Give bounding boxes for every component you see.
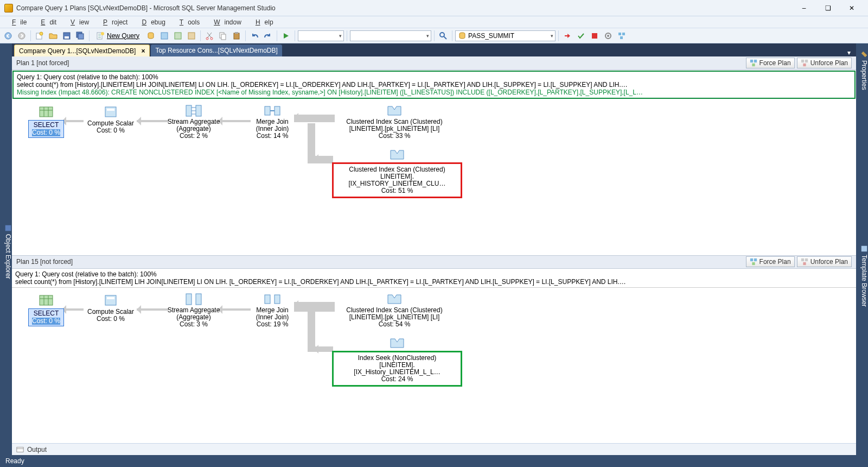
svg-rect-56 [861, 246, 867, 252]
status-text: Ready [5, 457, 24, 465]
options-icon[interactable] [602, 30, 614, 42]
app-icon [4, 4, 13, 12]
object-explorer-tab[interactable]: Object Explorer [0, 43, 12, 455]
menu-help[interactable]: Help [247, 17, 278, 27]
open-icon[interactable] [47, 30, 59, 42]
plan2-unforce-button[interactable]: Unforce Plan [797, 256, 852, 267]
arrow [314, 156, 333, 163]
menu-view[interactable]: View [62, 17, 93, 27]
plan1-query-text: Query 1: Query cost (relative to the bat… [12, 71, 856, 99]
copy-icon[interactable] [217, 30, 229, 42]
paste-icon[interactable] [231, 30, 242, 42]
svg-rect-42 [750, 258, 752, 261]
xmla-query-icon[interactable] [186, 30, 197, 42]
plan2-force-button[interactable]: Force Plan [746, 256, 795, 267]
menu-project[interactable]: Project [94, 17, 132, 27]
arrow [314, 346, 333, 352]
svg-rect-26 [622, 33, 625, 35]
output-panel-header[interactable]: Output [12, 443, 856, 455]
svg-rect-46 [805, 258, 808, 261]
plan2-node-stream[interactable]: Stream Aggregate(Aggregate)Cost: 3 % [164, 293, 224, 328]
save-all-icon[interactable] [74, 30, 86, 42]
svg-rect-28 [5, 225, 11, 231]
display-plan-icon[interactable] [616, 30, 628, 42]
svg-rect-22 [592, 33, 597, 39]
menu-file[interactable]: File [3, 17, 31, 27]
tab-compare-query[interactable]: Compare Query 1...[SQLvNextDemoDB]× [14, 45, 150, 56]
svg-rect-37 [107, 109, 114, 111]
find-icon[interactable] [437, 30, 449, 42]
forward-button[interactable] [16, 30, 28, 42]
db-engine-query-icon[interactable] [145, 30, 157, 42]
svg-rect-45 [801, 258, 804, 261]
plan2-node-compute[interactable]: Compute ScalarCost: 0 % [84, 294, 138, 323]
menu-bar: File Edit View Project Debug Tools Windo… [0, 16, 868, 28]
back-button[interactable] [2, 30, 14, 42]
arrow [294, 302, 335, 312]
save-icon[interactable] [61, 30, 73, 42]
plan1-node-compute[interactable]: Compute ScalarCost: 0 % [84, 106, 138, 134]
plan2-node-merge[interactable]: Merge Join(Inner Join)Cost: 19 % [248, 293, 297, 328]
svg-point-1 [18, 33, 25, 39]
body-area: Object Explorer Compare Query 1...[SQLvN… [0, 43, 868, 455]
menu-window[interactable]: Window [205, 17, 246, 27]
plan1-header: Plan 1 [not forced] Force Plan Unforce P… [12, 56, 856, 70]
properties-tab[interactable]: Properties [856, 43, 868, 92]
redo-icon[interactable] [262, 30, 274, 42]
cut-icon[interactable] [203, 30, 215, 42]
svg-rect-44 [752, 262, 755, 265]
svg-point-9 [101, 32, 104, 35]
menu-debug[interactable]: Debug [133, 17, 169, 27]
svg-rect-12 [175, 33, 181, 39]
svg-rect-18 [234, 33, 239, 39]
maximize-button[interactable]: ❏ [816, 0, 840, 16]
start-debug-icon[interactable] [280, 30, 292, 42]
arrow [62, 308, 84, 311]
plan2-header: Plan 15 [not forced] Force Plan Unforce … [12, 255, 856, 269]
plan2-node-scan1[interactable]: Clustered Index Scan (Clustered)[LINEITE… [337, 293, 451, 328]
plan2-node-seek[interactable]: Index Seek (NonClustered)[LINEITEM].[IX_… [332, 337, 462, 387]
svg-rect-55 [17, 447, 23, 452]
document-area: Compare Query 1...[SQLvNextDemoDB]× Top … [12, 43, 856, 455]
plan1-node-scan2[interactable]: Clustered Index Scan (Clustered)LINEITEM… [332, 148, 462, 198]
plan2-node-select[interactable]: SELECTCost: 0 % [28, 294, 64, 326]
main-toolbar: New Query PASS_SUMMIT [0, 28, 868, 43]
svg-rect-17 [221, 34, 226, 40]
parse-icon[interactable] [575, 30, 587, 42]
svg-rect-51 [186, 294, 192, 305]
new-query-button[interactable]: New Query [92, 30, 143, 42]
svg-rect-49 [105, 295, 116, 305]
minimize-button[interactable]: – [792, 0, 816, 16]
tab-top-resource[interactable]: Top Resource Cons...[SQLvNextDemoDB] [151, 45, 282, 56]
database-dropdown[interactable]: PASS_SUMMIT [455, 30, 556, 41]
tabstrip-overflow-icon[interactable]: ▾ [844, 49, 854, 56]
plan1-unforce-button[interactable]: Unforce Plan [797, 58, 852, 68]
status-bar: Ready [0, 455, 868, 467]
tab-close-icon[interactable]: × [141, 47, 145, 55]
mdx-query-icon[interactable] [158, 30, 170, 42]
plan1-node-scan1[interactable]: Clustered Index Scan (Clustered)[LINEITE… [337, 104, 451, 140]
close-button[interactable]: ✕ [840, 0, 864, 16]
svg-rect-36 [105, 107, 116, 117]
plan1-node-stream[interactable]: Stream Aggregate(Aggregate)Cost: 2 % [164, 104, 224, 140]
plan2-canvas[interactable]: SELECTCost: 0 % Compute ScalarCost: 0 % … [12, 288, 856, 444]
plan1-node-select[interactable]: SELECTCost: 0 % [28, 106, 64, 138]
plan1-node-merge[interactable]: Merge Join(Inner Join)Cost: 14 % [248, 104, 297, 140]
svg-rect-11 [161, 33, 168, 39]
arrow [294, 115, 335, 122]
plan1-force-button[interactable]: Force Plan [746, 58, 795, 68]
menu-edit[interactable]: Edit [32, 17, 61, 27]
svg-rect-33 [805, 60, 808, 62]
svg-point-0 [5, 33, 11, 39]
solution-config-dropdown[interactable] [298, 30, 344, 41]
undo-icon[interactable] [248, 30, 260, 42]
plan1-canvas[interactable]: SELECTCost: 0 % Compute ScalarCost: 0 % … [12, 99, 856, 255]
dmx-query-icon[interactable] [172, 30, 184, 42]
template-browser-tab[interactable]: Template Browser [856, 92, 868, 455]
new-project-icon[interactable] [34, 30, 46, 42]
cancel-query-icon[interactable] [589, 30, 601, 42]
solution-platform-dropdown[interactable] [350, 30, 431, 41]
menu-tools[interactable]: Tools [171, 17, 204, 27]
svg-rect-48 [40, 295, 53, 305]
execute-icon[interactable] [561, 30, 573, 42]
